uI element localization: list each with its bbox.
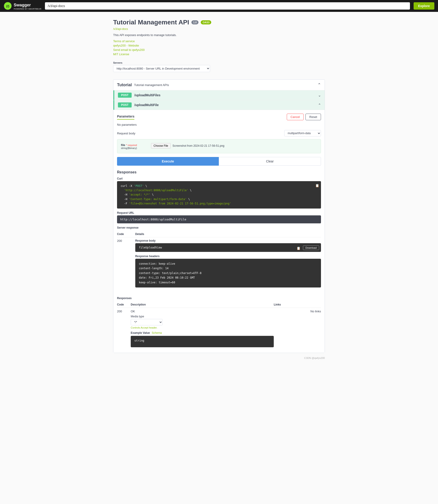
tutorial-collapse-icon[interactable]: ⌃ — [318, 82, 321, 88]
response-headers-label: Response headers — [135, 255, 321, 258]
endpoint-chevron-2: ⌃ — [318, 103, 321, 107]
file-type: string($binary) — [121, 147, 148, 149]
method-badge-2: POST — [118, 102, 132, 108]
logo-text: Swagger — [14, 3, 31, 7]
media-type-label: Media type — [131, 315, 274, 318]
resp-row-code: 200 — [117, 307, 131, 349]
params-actions: Cancel Reset — [287, 114, 321, 120]
url-input[interactable] — [45, 2, 410, 10]
responses-desc-section: Responses Code Description Links — [117, 296, 321, 349]
cancel-button[interactable]: Cancel — [287, 114, 304, 120]
endpoint-header-1[interactable]: POST /uploadMultiFiles ⌄ — [113, 90, 325, 100]
responses-desc-title: Responses — [117, 296, 321, 300]
request-url-value: http://localhost:8080/uploadMultiFile — [117, 215, 321, 223]
example-value-row: Example Value Schema string — [131, 331, 274, 347]
tutorial-header-left: Tutorial Tutorial management APIs — [117, 83, 169, 88]
logo-sub: POWERED BY SMARTBEAR — [14, 8, 41, 10]
resp-row-links: No links — [274, 307, 321, 349]
copy-response-icon[interactable]: 📋 — [296, 246, 300, 250]
logo: {/} Swagger POWERED BY SMARTBEAR — [4, 2, 41, 10]
terms-link[interactable]: Terms of service — [113, 39, 325, 43]
reset-button[interactable]: Reset — [306, 114, 321, 120]
curl-line-4: -H 'Content-Type: multipart/form-data' \ — [121, 197, 190, 201]
code-header: Code — [117, 231, 135, 237]
header-line-2: content-length: 14 — [139, 266, 317, 271]
controls-text: Controls Accept header. — [131, 326, 274, 329]
response-body-value: fileUploadView — [139, 246, 162, 249]
endpoint-body: Parameters Cancel Reset No parameters Re… — [113, 110, 325, 353]
endpoint-path-1: /uploadMultiFiles — [134, 93, 315, 97]
example-code: string — [131, 336, 274, 347]
resp-table: Code Description Links 200 OK — [117, 302, 321, 349]
endpoint-row-2: POST /uploadMultiFile ⌃ Parameters Cance… — [113, 100, 325, 353]
file-required: * required — [126, 144, 137, 146]
resp-desc-ok: OK — [131, 310, 274, 313]
responses-section: Responses Curl curl -X 'POST' \ 'http://… — [117, 170, 321, 349]
response-body-label: Response body — [135, 239, 321, 242]
curl-code: curl -X 'POST' \ 'http://localhost:8080/… — [117, 181, 321, 208]
copy-curl-icon[interactable]: 📋 — [315, 183, 319, 188]
resp-row-desc: OK Media type */* Controls Accept header… — [131, 307, 274, 349]
response-details: Response body fileUploadView 📋 Download … — [135, 237, 321, 293]
method-badge-1: POST — [118, 93, 132, 98]
website-link[interactable]: qwfys200 - Website — [113, 44, 325, 47]
api-title-row: Tutorial Management API 1.0 OAS3 — [113, 19, 325, 26]
request-url-label: Request URL — [117, 211, 321, 214]
choose-file-button[interactable]: Choose File — [151, 143, 171, 149]
no-params-text: No parameters — [117, 123, 321, 126]
execute-clear-row: Execute Clear — [117, 157, 321, 166]
tutorial-title: Tutorial — [117, 83, 132, 88]
params-header: Parameters Cancel Reset — [117, 114, 321, 120]
topnav: {/} Swagger POWERED BY SMARTBEAR Explore — [0, 0, 438, 12]
download-button[interactable]: Download — [303, 245, 319, 250]
server-response-label: Server response — [117, 226, 321, 229]
footer-note: C3DN @qwfys200 — [113, 357, 325, 359]
response-code: 200 — [117, 237, 135, 293]
curl-line-2: 'http://localhost:8080/uploadMultiFile' … — [121, 189, 192, 192]
response-table: Code Details 200 Response body fileUpl — [117, 231, 321, 293]
svg-text:{/}: {/} — [6, 4, 9, 8]
tutorial-section: Tutorial Tutorial management APIs ⌃ POST… — [113, 79, 325, 353]
example-value-label: Example Value Schema — [131, 331, 274, 334]
header-line-4: date: Fri,23 Feb 2024 08:10:22 GMT — [139, 275, 317, 280]
api-url-link[interactable]: /v3/api-docs — [113, 27, 325, 31]
tutorial-header: Tutorial Tutorial management APIs ⌃ — [113, 80, 325, 90]
explore-button[interactable]: Explore — [414, 2, 434, 10]
email-link[interactable]: Send email to qwfys200 — [113, 48, 325, 52]
endpoint-chevron-1: ⌄ — [318, 93, 321, 98]
media-type-select[interactable]: */* — [131, 319, 163, 325]
tutorial-subtitle: Tutorial management APIs — [134, 83, 169, 87]
endpoint-header-2[interactable]: POST /uploadMultiFile ⌃ — [113, 100, 325, 110]
request-url-section: Request URL http://localhost:8080/upload… — [117, 211, 321, 223]
response-body-code: fileUploadView 📋 Download — [135, 243, 321, 252]
servers-select[interactable]: http://localhost:8080 - Server URL in De… — [113, 65, 210, 72]
request-body-row: Request body multipart/form-data — [117, 130, 321, 136]
execute-button[interactable]: Execute — [117, 157, 219, 166]
endpoint-path-2: /uploadMultiFile — [134, 103, 315, 107]
file-row: file * required string($binary) Choose F… — [121, 143, 317, 149]
main-content: Tutorial Management API 1.0 OAS3 /v3/api… — [110, 12, 328, 366]
oas-badge: OAS3 — [201, 20, 211, 24]
curl-line-5: -F 'file=@Screenshot from 2024-02-21 17-… — [121, 202, 231, 205]
resp-code-header: Code — [117, 302, 131, 308]
content-type-select[interactable]: multipart/form-data — [284, 130, 321, 136]
endpoint-row-1: POST /uploadMultiFiles ⌄ — [113, 90, 325, 100]
file-label: file — [121, 143, 125, 147]
details-header: Details — [135, 231, 321, 237]
clear-button[interactable]: Clear — [219, 157, 321, 166]
swagger-logo-icon: {/} — [4, 2, 12, 10]
api-links: Terms of service qwfys200 - Website Send… — [113, 39, 325, 56]
api-title: Tutorial Management API — [113, 19, 189, 26]
curl-section: Curl curl -X 'POST' \ 'http://localhost:… — [117, 177, 321, 208]
curl-line-1: curl -X 'POST' \ — [121, 184, 147, 187]
license-link[interactable]: MIT License — [113, 53, 325, 56]
table-row: 200 Response body fileUploadView 📋 Downl… — [117, 237, 321, 293]
schema-tab[interactable]: Schema — [152, 331, 162, 334]
params-title: Parameters — [117, 115, 134, 120]
example-value-tab[interactable]: Example Value — [131, 331, 150, 334]
resp-links-header: Links — [274, 302, 321, 308]
version-badge: 1.0 — [191, 20, 198, 24]
response-headers-code: connection: keep-alive content-length: 1… — [135, 259, 321, 287]
curl-line-3: -H 'accept: */*' \ — [121, 193, 154, 196]
servers-section: Servers http://localhost:8080 - Server U… — [113, 61, 325, 72]
